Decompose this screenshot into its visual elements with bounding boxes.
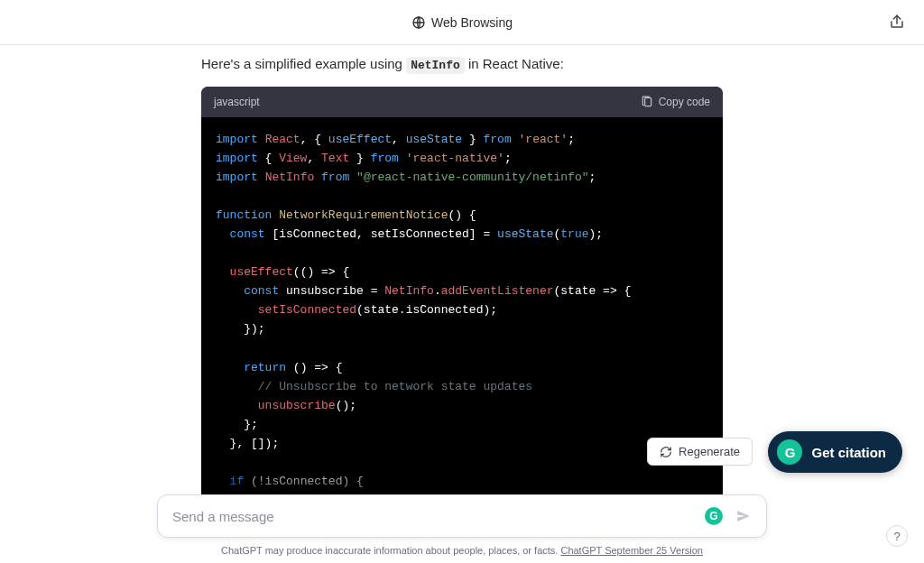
code-language-label: javascript — [214, 96, 260, 108]
copy-code-label: Copy code — [659, 96, 710, 108]
disclaimer-body: ChatGPT may produce inaccurate informati… — [221, 545, 560, 556]
composer[interactable]: G — [157, 494, 767, 538]
inline-code-netinfo: NetInfo — [406, 57, 465, 74]
grammarly-icon: G — [777, 439, 802, 465]
help-button[interactable]: ? — [886, 525, 908, 547]
intro-post: in React Native: — [465, 56, 564, 71]
top-bar: Web Browsing — [0, 0, 924, 45]
clipboard-icon — [641, 96, 653, 108]
model-title: Web Browsing — [411, 15, 513, 30]
version-link[interactable]: ChatGPT September 25 Version — [560, 545, 703, 556]
get-citation-label: Get citation — [811, 445, 886, 460]
help-label: ? — [893, 530, 900, 543]
intro-text: Here's a simplified example using NetInf… — [201, 56, 723, 72]
model-title-text: Web Browsing — [431, 15, 513, 30]
content-area: Here's a simplified example using NetInf… — [0, 45, 924, 563]
send-button[interactable] — [732, 506, 755, 526]
message-input[interactable] — [172, 509, 696, 524]
composer-area: G ChatGPT may produce inaccurate informa… — [0, 494, 924, 556]
grammarly-badge-icon[interactable]: G — [705, 507, 723, 525]
regenerate-button[interactable]: Regenerate — [647, 438, 753, 466]
code-body[interactable]: import React, { useEffect, useState } fr… — [201, 117, 723, 500]
code-block: javascript Copy code import React, { use… — [201, 87, 723, 500]
intro-pre: Here's a simplified example using — [201, 56, 406, 71]
regenerate-label: Regenerate — [679, 445, 740, 458]
get-citation-button[interactable]: G Get citation — [768, 431, 902, 473]
assistant-message: Here's a simplified example using NetInf… — [201, 56, 723, 500]
copy-code-button[interactable]: Copy code — [641, 96, 710, 108]
disclaimer-text: ChatGPT may produce inaccurate informati… — [221, 545, 703, 556]
share-button[interactable] — [888, 13, 906, 31]
refresh-icon — [660, 446, 672, 458]
svg-rect-1 — [644, 97, 651, 106]
code-header: javascript Copy code — [201, 87, 723, 117]
globe-icon — [411, 15, 426, 30]
